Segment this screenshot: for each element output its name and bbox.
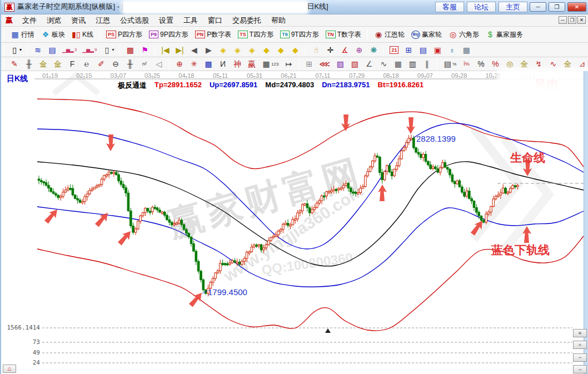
go-last-button[interactable]: ▶| xyxy=(173,44,186,56)
gann-wheel-button[interactable]: ◉江恩轮 xyxy=(371,28,407,41)
draw-fibo-button[interactable]: F xyxy=(66,58,79,70)
draw-ruler-button[interactable]: ╫ xyxy=(123,58,137,70)
draw-fan-button[interactable]: ⋘ xyxy=(317,58,332,70)
calendar-button[interactable]: 21 xyxy=(387,44,401,56)
draw-frame-button[interactable]: ⊞ xyxy=(302,58,316,70)
mdi-restore-icon[interactable]: ❐ xyxy=(568,16,576,24)
draw-lines-button[interactable]: ∥ xyxy=(420,58,433,70)
pane-resize-button-0[interactable]: ≡ xyxy=(573,329,587,337)
quotes-button[interactable]: ▦行情 xyxy=(8,28,37,41)
draw-span-button[interactable]: ↦ xyxy=(282,58,295,70)
draw-zig-button[interactable]: ∿ xyxy=(377,58,390,70)
draw-grid-button[interactable]: ╫ xyxy=(22,58,36,70)
meas-wave2-button[interactable]: ∿ xyxy=(546,58,560,70)
flag-button[interactable]: ⚑ xyxy=(138,44,151,56)
diamond-all-button[interactable]: ◆ xyxy=(274,44,287,56)
menu-item-4[interactable]: 公式选股 xyxy=(115,15,154,26)
draw-angle2-button[interactable]: ∠ xyxy=(362,58,376,70)
diamond-expand-button[interactable]: ◈ xyxy=(245,44,258,56)
remote-button[interactable]: ▦ xyxy=(460,44,473,56)
home-button[interactable]: 主页 xyxy=(499,2,527,12)
kline-button[interactable]: ▮▯K线 xyxy=(69,28,96,41)
minimize-icon[interactable]: ─ xyxy=(530,2,546,12)
gann-tool-button[interactable]: ⊕ xyxy=(352,44,366,56)
t-number-button[interactable]: TNT数字表 xyxy=(323,28,364,41)
meas-gold-line-button[interactable]: 金 xyxy=(517,58,531,70)
forum-button[interactable]: 论坛 xyxy=(467,2,496,12)
menu-item-1[interactable]: 浏览 xyxy=(42,15,66,26)
draw-table123-button[interactable]: ▦123 xyxy=(260,58,281,70)
meas-gold2-button[interactable]: 金 xyxy=(561,58,574,70)
menu-item-7[interactable]: 窗口 xyxy=(203,15,227,26)
bars-9-button[interactable]: ▁▅▂9 xyxy=(80,44,99,56)
menu-item-6[interactable]: 工具 xyxy=(178,15,203,26)
draw-target-button[interactable]: ⊕ xyxy=(173,58,186,70)
compress-view-button[interactable]: ≋ xyxy=(31,44,44,56)
t-square-button[interactable]: TST四方形 xyxy=(235,28,276,41)
close-icon[interactable]: ✕ xyxy=(567,2,586,12)
pane-resize-button-1[interactable]: = xyxy=(573,341,587,349)
meas-pct-button[interactable]: % xyxy=(474,58,487,70)
draw-circle-button[interactable]: ⊖ xyxy=(109,58,122,70)
sectors-button[interactable]: ❖板块 xyxy=(38,28,68,41)
draw-grid2-button[interactable]: ▦ xyxy=(391,58,405,70)
draw-wave-button[interactable]: И xyxy=(216,58,230,70)
mdi-minimize-icon[interactable]: ─ xyxy=(559,16,567,24)
menu-item-9[interactable]: 帮助 xyxy=(266,15,291,26)
menu-item-0[interactable]: 文件 xyxy=(17,15,42,26)
mdi-close-icon[interactable]: ✕ xyxy=(577,16,586,24)
meas-pct2-button[interactable]: % xyxy=(489,58,502,70)
support-button[interactable]: 客服 xyxy=(435,2,464,12)
menu-item-2[interactable]: 资讯 xyxy=(66,15,91,26)
cycle-tool-button[interactable]: ❋ xyxy=(367,44,380,56)
candle-style-dropdown[interactable]: ▯▾ xyxy=(100,44,116,56)
meas-gold-ring-button[interactable]: ◎ xyxy=(503,58,516,70)
pane-resize-button-2[interactable]: − xyxy=(573,353,587,362)
draw-spiral-button[interactable]: ℮ xyxy=(80,58,93,70)
bars-3-button[interactable]: ▁▅▂3 xyxy=(60,44,79,56)
go-first-button[interactable]: |◀ xyxy=(158,44,172,56)
menu-item-8[interactable]: 交易委托 xyxy=(227,15,266,26)
network-button[interactable]: ♁ xyxy=(445,44,459,56)
info-note-button[interactable]: ▤ xyxy=(46,44,59,56)
kline-period-dropdown[interactable]: ▯▾ xyxy=(8,44,24,56)
diamond-right-button[interactable]: ◈ xyxy=(231,44,244,56)
kline-plot[interactable] xyxy=(1,71,588,374)
p-square-button[interactable]: PSP四方形 xyxy=(103,28,145,41)
pane-resize-button-3[interactable]: → xyxy=(573,365,587,373)
meas-bolt-button[interactable]: ↯ xyxy=(532,58,545,70)
step-forward-button[interactable]: ▶ xyxy=(202,44,215,56)
meas-scale-button[interactable]: ▤% xyxy=(441,58,459,70)
angle-tool-button[interactable]: ∡ xyxy=(338,44,351,56)
diamond-shrink-button[interactable]: ◆ xyxy=(260,44,273,56)
pattern-button[interactable]: ▩ xyxy=(123,44,137,56)
step-back-button[interactable]: ◀ xyxy=(187,44,201,56)
draw-box-net-button[interactable]: ▧ xyxy=(348,58,361,70)
diamond-left-button[interactable]: ◈ xyxy=(216,44,230,56)
restore-icon[interactable]: ❐ xyxy=(549,2,565,12)
menu-item-3[interactable]: 江恩 xyxy=(91,15,115,26)
draw-net-button[interactable]: ▩ xyxy=(202,58,215,70)
meas-l-button[interactable]: ⊿ xyxy=(575,58,588,70)
save-button[interactable]: ▣ xyxy=(431,44,444,56)
diamond-full-button[interactable]: ◆ xyxy=(288,44,302,56)
winner-wheel-button[interactable]: Big赢家轮 xyxy=(408,28,445,41)
hexagon-button[interactable]: ◎六角形 xyxy=(446,28,482,41)
meas-pct-line-button[interactable]: Ī% xyxy=(460,58,473,70)
draw-pen2-button[interactable]: ✐ xyxy=(94,58,108,70)
draw-ying-button[interactable]: 赢 xyxy=(245,58,258,70)
crosshair-tool-button[interactable]: ✛ xyxy=(323,44,337,56)
draw-star-button[interactable]: ✳ xyxy=(187,58,201,70)
winner-service-button[interactable]: $赢家服务 xyxy=(483,28,526,41)
draw-n2-button[interactable]: n² xyxy=(138,58,151,70)
hand-tool-button[interactable]: ☝ xyxy=(309,44,322,56)
draw-box-fan-button[interactable]: ▨ xyxy=(333,58,347,70)
draw-grid3-button[interactable]: ▥ xyxy=(406,58,419,70)
calculator-button[interactable]: ⊞ xyxy=(402,44,415,56)
p-number-button[interactable]: PNP数字表 xyxy=(192,28,235,41)
9p-square-button[interactable]: P99P四方形 xyxy=(146,28,191,41)
draw-gold-a-button[interactable]: 金 xyxy=(37,58,50,70)
draw-gold-b-button[interactable]: 金 xyxy=(51,58,64,70)
draw-pencil-button[interactable]: ✎ xyxy=(8,58,21,70)
chart-area[interactable]: 赢家财富网 www.yingjia360.com QQ:100800360 日K… xyxy=(1,71,588,374)
